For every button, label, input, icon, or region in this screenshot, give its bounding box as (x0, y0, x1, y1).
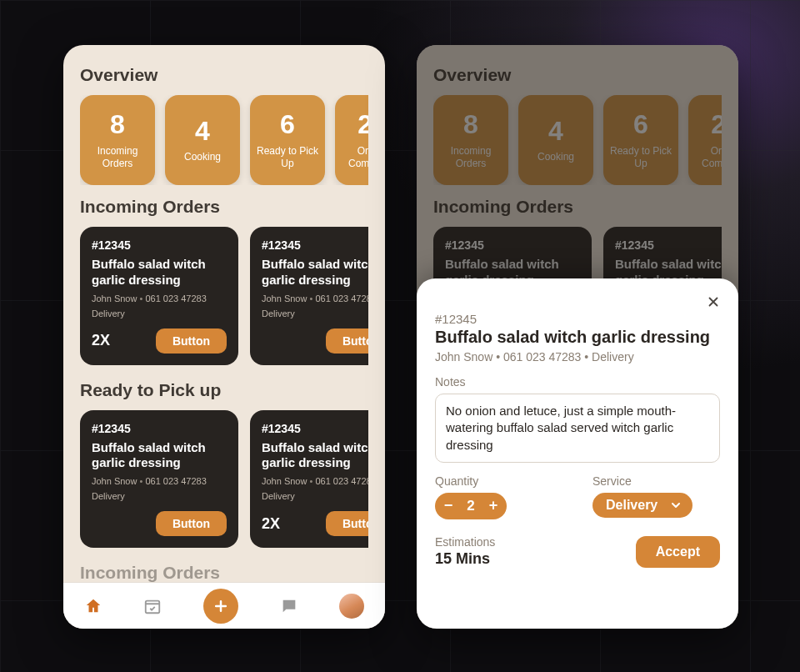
order-card[interactable]: #12345 Buffalo salad witch garlic dressi… (250, 227, 368, 365)
service-label: Service (592, 474, 720, 488)
order-action-button[interactable]: Button (326, 328, 368, 354)
estimation-label: Estimations (435, 535, 562, 549)
sheet-order-meta: John Snow • 061 023 47283 • Delivery (435, 350, 720, 364)
plus-icon (212, 598, 229, 614)
order-action-button[interactable]: Button (156, 328, 227, 354)
home-tab[interactable] (84, 597, 102, 615)
tile-value: 21 (711, 110, 722, 139)
service-value: Delivery (606, 498, 658, 513)
tile-label: Cooking (179, 151, 226, 163)
tile-label: Ready to Pick Up (603, 145, 678, 170)
tile-value: 4 (548, 117, 563, 146)
order-qty: 2X (92, 332, 110, 349)
tile-incoming[interactable]: 8 Incoming Orders (80, 95, 155, 185)
quantity-label: Quantity (435, 474, 562, 488)
overview-tiles: 8 Incoming Orders 4 Cooking 6 Ready to P… (80, 95, 368, 185)
order-id: #12345 (445, 238, 580, 252)
sheet-order-title: Buffalo salad witch garlic dressing (435, 328, 720, 347)
qty-value: 2 (462, 498, 480, 514)
order-action-button[interactable]: Button (156, 511, 227, 536)
order-action-button[interactable]: Button (326, 511, 368, 536)
ready-pickup-row: #12345 Buffalo salad witch garlic dressi… (80, 410, 368, 549)
tile-label: Ready to Pick Up (250, 145, 325, 170)
order-title: Buffalo salad witch garlic dressing (262, 440, 368, 472)
tile-cooking[interactable]: 4 Cooking (165, 95, 240, 185)
order-phone: 061 023 47283 (307, 476, 368, 486)
tile-cooking[interactable]: 4 Cooking (518, 95, 593, 185)
order-service: Delivery (92, 491, 227, 501)
tile-value: 8 (110, 110, 125, 139)
tile-label: Incoming Orders (80, 145, 155, 170)
service-select[interactable]: Delivery (592, 493, 692, 518)
tile-value: 6 (633, 110, 648, 139)
order-title: Buffalo salad witch garlic dressing (92, 257, 227, 288)
order-service: Delivery (262, 308, 368, 318)
order-phone: 061 023 47283 (137, 293, 206, 303)
phone-right: Overview 8 Incoming Orders 4 Cooking 6 R… (417, 45, 738, 629)
close-button[interactable] (702, 290, 725, 313)
order-title: Buffalo salad witch garlic dressing (262, 257, 368, 288)
incoming-orders-heading: Incoming Orders (433, 197, 722, 217)
screen-left: Overview 8 Incoming Orders 4 Cooking 6 R… (63, 45, 385, 629)
calendar-check-icon (143, 597, 162, 615)
order-phone: 061 023 47283 (137, 476, 206, 486)
tile-value: 21 (358, 110, 368, 139)
close-icon (706, 294, 721, 309)
tile-label: Incoming Orders (433, 145, 508, 170)
sheet-phone: 061 023 47283 (503, 350, 581, 364)
order-detail-sheet: #12345 Buffalo salad witch garlic dressi… (417, 278, 738, 629)
incoming-orders-row: #12345 Buffalo salad witch garlic dressi… (80, 227, 368, 365)
tile-label: Orders Complated (335, 145, 368, 170)
order-customer: John Snow (92, 293, 137, 303)
order-meta: John Snow061 023 47283 (262, 293, 368, 303)
order-title: Buffalo salad witch garlic dressing (92, 440, 227, 472)
tile-completed[interactable]: 21 Orders Complated (688, 95, 722, 185)
order-card[interactable]: #12345 Buffalo salad witch garlic dressi… (80, 410, 238, 549)
order-id: #12345 (92, 422, 227, 435)
notes-label: Notes (435, 375, 720, 389)
sheet-service: Delivery (592, 350, 634, 364)
tile-ready[interactable]: 6 Ready to Pick Up (250, 95, 325, 185)
order-id: #12345 (92, 238, 227, 252)
sheet-customer: John Snow (435, 350, 492, 364)
chat-icon (280, 597, 298, 615)
incoming-orders-heading: Incoming Orders (80, 197, 368, 217)
order-id: #12345 (262, 422, 368, 435)
estimation-value: 15 Mins (435, 550, 562, 568)
order-card[interactable]: #12345 Buffalo salad witch garlic dressi… (80, 227, 238, 365)
order-card[interactable]: #12345 Buffalo salad witch garlic dressi… (250, 410, 368, 549)
tile-value: 6 (280, 110, 295, 139)
order-meta: John Snow061 023 47283 (262, 476, 368, 486)
add-fab[interactable] (203, 589, 238, 624)
svg-rect-0 (146, 600, 160, 613)
qty-decrease[interactable]: − (435, 493, 462, 519)
notes-text: No onion and letuce, just a simple mouth… (435, 394, 720, 463)
overview-tiles: 8 Incoming Orders 4 Cooking 6 Ready to P… (433, 95, 722, 185)
overview-heading: Overview (80, 65, 368, 85)
tile-ready[interactable]: 6 Ready to Pick Up (603, 95, 678, 185)
tile-label: Orders Complated (688, 145, 722, 170)
qty-increase[interactable]: + (480, 493, 507, 519)
order-meta: John Snow061 023 47283 (92, 293, 227, 303)
profile-tab[interactable] (339, 594, 364, 619)
quantity-stepper[interactable]: − 2 + (435, 493, 507, 519)
bottom-tabbar (63, 582, 385, 629)
chevron-down-icon (669, 499, 682, 512)
tile-value: 4 (195, 117, 210, 146)
tile-incoming[interactable]: 8 Incoming Orders (433, 95, 508, 185)
tile-value: 8 (463, 110, 478, 139)
home-icon (84, 597, 102, 615)
order-customer: John Snow (92, 476, 137, 486)
chat-tab[interactable] (280, 597, 298, 615)
overview-heading: Overview (433, 65, 722, 85)
sheet-order-id: #12345 (435, 312, 720, 326)
order-customer: John Snow (262, 476, 307, 486)
incoming-orders-heading-2: Incoming Orders (80, 563, 368, 583)
tile-label: Cooking (532, 151, 579, 163)
accept-button[interactable]: Accept (636, 536, 720, 568)
calendar-tab[interactable] (143, 597, 162, 615)
tile-completed[interactable]: 21 Orders Complated (335, 95, 368, 185)
order-id: #12345 (262, 238, 368, 252)
order-service: Delivery (262, 491, 368, 501)
order-service: Delivery (92, 308, 227, 318)
